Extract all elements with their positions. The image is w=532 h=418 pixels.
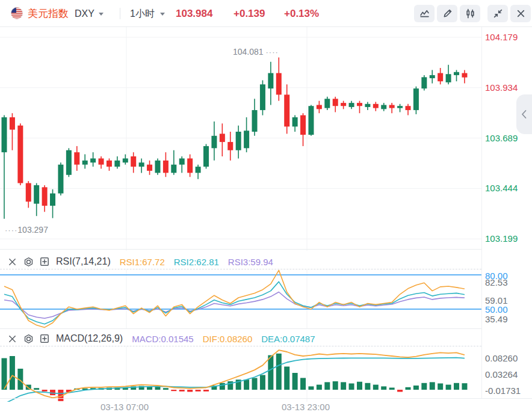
- price-axis-label: 103.199: [485, 233, 532, 245]
- symbol-selector[interactable]: DXY: [75, 0, 94, 27]
- price-axis-label: 103.444: [485, 182, 532, 194]
- collapse-icon[interactable]: [487, 5, 508, 22]
- settings-icon[interactable]: [22, 333, 34, 345]
- low-price-annotation: ····103.297: [5, 225, 48, 235]
- macd-axis-label: 0.03264: [485, 369, 532, 381]
- rsi-axis-label: 35.49: [485, 313, 532, 325]
- price-change: +0.139: [234, 0, 265, 27]
- expand-icon[interactable]: [39, 256, 51, 268]
- price-axis-label: 103.934: [485, 82, 532, 94]
- close-icon[interactable]: [6, 333, 18, 345]
- high-price-annotation: 104.081 ····: [233, 47, 279, 57]
- close-icon[interactable]: [510, 5, 531, 22]
- price-axis-label: 103.689: [485, 132, 532, 144]
- time-axis-label: 03-13 07:00: [88, 402, 161, 412]
- close-icon[interactable]: [6, 256, 18, 268]
- macd-chart[interactable]: [0, 346, 481, 402]
- macd-title: MACD(12,26,9): [56, 333, 123, 344]
- macd-axis-label: -0.01731: [485, 385, 532, 397]
- price-axis-label: 104.179: [485, 31, 532, 43]
- last-price: 103.984: [176, 0, 212, 27]
- candlestick-chart[interactable]: [0, 27, 481, 251]
- draw-icon[interactable]: [437, 5, 457, 22]
- instrument-name: 美元指数: [28, 0, 69, 27]
- area-chart-icon[interactable]: [414, 5, 435, 22]
- axis-divider: [481, 27, 482, 398]
- panel-collapse-tab[interactable]: [516, 94, 532, 134]
- settings-icon[interactable]: [22, 256, 34, 268]
- timeframe-selector[interactable]: 1小时: [130, 0, 155, 27]
- rsi-axis-label: 82.53: [485, 277, 532, 289]
- dif-value: DIF:0.08260: [203, 334, 253, 344]
- panel-divider: [0, 249, 481, 250]
- chevron-down-icon[interactable]: [160, 13, 165, 16]
- candlestick-icon[interactable]: [460, 5, 480, 22]
- rsi-chart[interactable]: [0, 269, 481, 328]
- chevron-left-icon: [521, 109, 528, 120]
- macd-value: MACD:0.01545: [132, 334, 194, 344]
- time-axis-label: 03-13 23:00: [270, 402, 342, 412]
- leader-dots: ····: [266, 48, 279, 57]
- rsi-title: RSI(7,14,21): [56, 256, 111, 267]
- rsi-header: RSI(7,14,21) RSI1:67.72 RSI2:62.81 RSI3:…: [6, 254, 273, 269]
- macd-axis-label: 0.08260: [485, 352, 532, 364]
- divider: [120, 8, 120, 19]
- trading-chart-window: 美元指数 DXY 1小时 103.984 +0.139 +0.13% 104.1…: [0, 0, 532, 418]
- rsi3-value: RSI3:59.94: [228, 257, 273, 267]
- price-change-percent: +0.13%: [284, 0, 319, 27]
- us-flag-icon: [11, 7, 23, 19]
- panel-divider: [0, 328, 481, 329]
- chevron-down-icon[interactable]: [99, 13, 104, 16]
- dea-value: DEA:0.07487: [261, 334, 315, 344]
- expand-icon[interactable]: [39, 333, 51, 345]
- leader-dots: ····: [5, 226, 17, 235]
- macd-header: MACD(12,26,9) MACD:0.01545 DIF:0.08260 D…: [6, 331, 315, 346]
- rsi1-value: RSI1:67.72: [120, 257, 165, 267]
- top-toolbar: 美元指数 DXY 1小时 103.984 +0.139 +0.13%: [0, 0, 532, 27]
- time-axis-divider: [0, 398, 532, 399]
- rsi2-value: RSI2:62.81: [174, 257, 219, 267]
